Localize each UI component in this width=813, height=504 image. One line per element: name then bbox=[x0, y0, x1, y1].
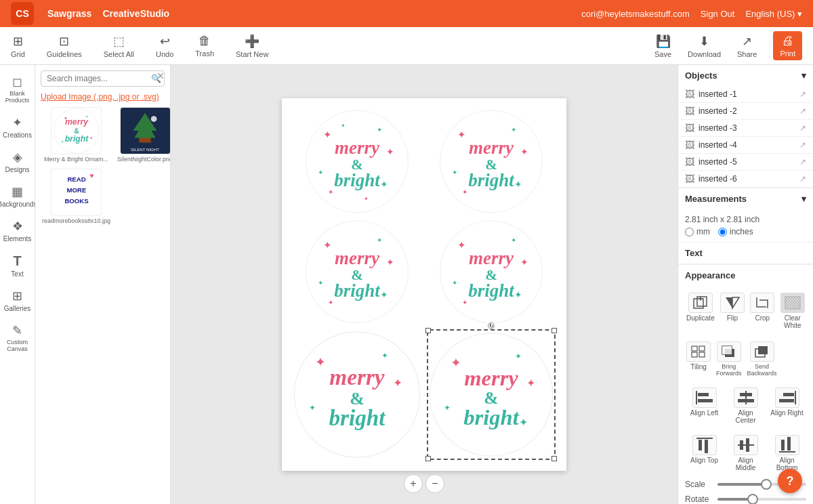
rotate-handle[interactable]: ↻ bbox=[488, 322, 495, 329]
toolbar-save[interactable]: 💾 Save bbox=[654, 34, 671, 58]
sidebar-item-elements[interactable]: ❖ Elements bbox=[0, 215, 35, 247]
toolbar-print[interactable]: 🖨 Print bbox=[773, 31, 802, 60]
align-middle-button[interactable]: Align Middle bbox=[726, 432, 765, 474]
svg-text:✦: ✦ bbox=[85, 114, 88, 119]
toolbar-start-new-label: Start New bbox=[236, 50, 268, 58]
resize-handle-tl[interactable] bbox=[425, 328, 431, 333]
ornament-4[interactable]: ✦ ✦ ✦ ✦ ✦ ✦ merry & bright bbox=[427, 219, 556, 324]
crop-button[interactable]: Crop bbox=[749, 290, 776, 332]
resize-handle-tr[interactable] bbox=[551, 328, 557, 333]
toolbar-trash[interactable]: 🗑 Trash bbox=[195, 34, 214, 58]
search-bar: 🔍 bbox=[41, 70, 165, 87]
svg-rect-99 bbox=[740, 393, 752, 396]
clear-white-button[interactable]: Clear White bbox=[779, 290, 806, 332]
svg-text:✦: ✦ bbox=[364, 196, 369, 202]
objects-collapse-icon[interactable]: ▾ bbox=[801, 70, 806, 81]
measurements-collapse-icon[interactable]: ▾ bbox=[801, 194, 806, 204]
upload-link[interactable]: Upload Image (.png, .jpg or .svg) bbox=[41, 92, 165, 102]
mm-option[interactable]: mm bbox=[685, 227, 710, 236]
image-thumb-silent[interactable]: SILENT NIGHT SilentNightColor.png bbox=[116, 107, 171, 165]
object-arrow-4[interactable]: ↗ bbox=[799, 140, 806, 150]
zoom-in-button[interactable]: + bbox=[404, 474, 423, 493]
toolbar-undo[interactable]: ↩ Undo bbox=[156, 34, 173, 58]
sidebar-item-text[interactable]: T Text bbox=[0, 249, 35, 282]
ornament-6-selected[interactable]: ✦ ✦ ✦ ✦ ✦ merry & bright ↻ bbox=[427, 329, 556, 460]
align-left-button[interactable]: Align Left bbox=[685, 385, 724, 427]
measurements-title: Measurements bbox=[685, 194, 747, 204]
object-item-4[interactable]: 🖼 inserted -4 ↗ bbox=[678, 137, 813, 154]
resize-handle-br[interactable] bbox=[551, 456, 557, 461]
signout-link[interactable]: Sign Out bbox=[701, 9, 735, 19]
image-thumb-books[interactable]: READ MORE BOOKS ♥ readmorebookss8x10.jpg bbox=[41, 169, 112, 226]
sidebar-item-custom-canvas[interactable]: ✎ Custom Canvas bbox=[0, 319, 35, 357]
crop-label: Crop bbox=[755, 314, 770, 322]
bring-forwards-button[interactable]: Bring Forwards bbox=[715, 339, 743, 379]
object-arrow-2[interactable]: ↗ bbox=[799, 106, 806, 116]
image-grid: merry & bright ✦ ✦ ✦ ✦ Merry & Bright Or… bbox=[41, 107, 165, 226]
align-center-button[interactable]: Align Center bbox=[726, 385, 765, 427]
inches-radio[interactable] bbox=[718, 228, 727, 236]
ornament-1[interactable]: ✦ ✦ ✦ ✦ ✦ ✦ ✦ ✦ merry & bright bbox=[293, 109, 421, 214]
tiling-label: Tiling bbox=[690, 363, 707, 371]
toolbar-guidelines[interactable]: ⊡ Guidelines bbox=[47, 34, 82, 58]
toolbar-grid-label: Grid bbox=[11, 50, 25, 58]
language-selector[interactable]: English (US) ▾ bbox=[745, 9, 802, 19]
scale-thumb[interactable] bbox=[761, 479, 772, 490]
ornament-5[interactable]: ✦ ✦ ✦ ✦ merry & bright bbox=[293, 329, 421, 460]
flip-button[interactable]: Flip bbox=[719, 290, 746, 332]
toolbar-share[interactable]: ↗ Share bbox=[737, 34, 757, 58]
objects-header[interactable]: Objects ▾ bbox=[678, 65, 813, 86]
sidebar-item-blank-products[interactable]: ◻ Blank Products bbox=[0, 70, 35, 108]
object-item-6[interactable]: 🖼 inserted -6 ↗ bbox=[678, 171, 813, 188]
ornament-3[interactable]: ✦ ✦ ✦ ✦ ✦ ✦ merry & bright bbox=[293, 219, 421, 324]
toolbar-start-new[interactable]: ➕ Start New bbox=[236, 34, 268, 58]
toolbar-grid[interactable]: ⊞ Grid bbox=[11, 34, 25, 58]
align-right-button[interactable]: Align Right bbox=[768, 385, 806, 427]
thumb-label-books: readmorebookss8x10.jpg bbox=[41, 216, 112, 226]
svg-text:✦: ✦ bbox=[328, 298, 333, 306]
send-backwards-button[interactable]: Send Backwards bbox=[746, 339, 778, 379]
sidebar-item-backgrounds[interactable]: ▦ Backgrounds bbox=[0, 180, 35, 212]
svg-rect-86 bbox=[692, 346, 697, 351]
image-thumb-merry[interactable]: merry & bright ✦ ✦ ✦ ✦ Merry & Bright Or… bbox=[41, 107, 112, 165]
panel-close-button[interactable]: ✕ bbox=[157, 70, 165, 81]
search-input[interactable] bbox=[47, 74, 148, 83]
svg-rect-77 bbox=[694, 299, 703, 308]
object-item-1[interactable]: 🖼 inserted -1 ↗ bbox=[678, 86, 813, 103]
sidebar-item-creations[interactable]: ✦ Creations bbox=[0, 111, 35, 143]
help-button[interactable]: ? bbox=[778, 469, 802, 493]
object-arrow-5[interactable]: ↗ bbox=[799, 157, 806, 167]
rotate-slider[interactable] bbox=[717, 498, 806, 501]
sidebar-galleries-label: Galleries bbox=[4, 305, 30, 312]
toolbar-select-all[interactable]: ⬚ Select All bbox=[104, 34, 134, 58]
svg-rect-109 bbox=[746, 438, 749, 452]
object-item-3[interactable]: 🖼 inserted -3 ↗ bbox=[678, 120, 813, 137]
svg-text:✦: ✦ bbox=[341, 123, 346, 129]
sidebar-item-designs[interactable]: ◈ Designs bbox=[0, 146, 35, 177]
tiling-button[interactable]: Tiling bbox=[685, 339, 712, 379]
zoom-out-button[interactable]: − bbox=[425, 474, 444, 493]
svg-text:✦: ✦ bbox=[526, 377, 535, 389]
mm-radio[interactable] bbox=[685, 228, 694, 236]
canvas[interactable]: ✦ ✦ ✦ ✦ ✦ ✦ ✦ ✦ merry & bright ✦ bbox=[282, 98, 566, 471]
align-top-button[interactable]: Align Top bbox=[685, 432, 724, 474]
sidebar-item-galleries[interactable]: ⊞ Galleries bbox=[0, 285, 35, 316]
svg-rect-88 bbox=[692, 352, 697, 357]
ornament-2[interactable]: ✦ ✦ ✦ ✦ ✦ ✦ merry & bright bbox=[427, 109, 556, 214]
object-arrow-3[interactable]: ↗ bbox=[799, 123, 806, 133]
measurements-header[interactable]: Measurements ▾ bbox=[678, 188, 813, 209]
align-top-label: Align Top bbox=[690, 457, 718, 464]
inches-option[interactable]: inches bbox=[718, 227, 753, 236]
object-arrow-1[interactable]: ↗ bbox=[799, 89, 806, 99]
objects-title: Objects bbox=[685, 70, 717, 81]
duplicate-button[interactable]: Duplicate bbox=[685, 290, 716, 332]
rotate-thumb[interactable] bbox=[747, 494, 758, 504]
object-item-2[interactable]: 🖼 inserted -2 ↗ bbox=[678, 103, 813, 120]
align-bottom-button[interactable]: Align Bottom bbox=[768, 432, 806, 474]
object-arrow-6[interactable]: ↗ bbox=[799, 174, 806, 184]
resize-handle-bl[interactable] bbox=[425, 456, 431, 461]
toolbar-download[interactable]: ⬇ Download bbox=[688, 34, 721, 58]
svg-text:✦: ✦ bbox=[323, 129, 332, 140]
main-layout: ◻ Blank Products ✦ Creations ◈ Designs ▦… bbox=[0, 65, 813, 504]
object-item-5[interactable]: 🖼 inserted -5 ↗ bbox=[678, 154, 813, 171]
